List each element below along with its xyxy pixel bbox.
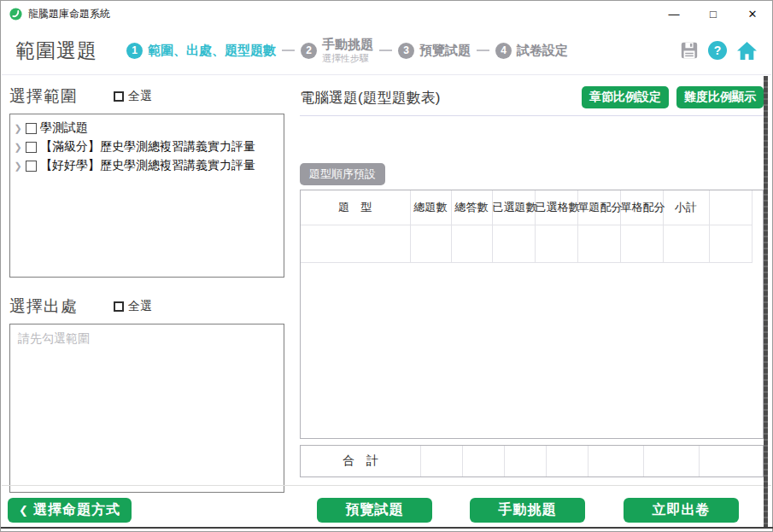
background-window-edge [764,76,768,527]
step-1-number: 1 [126,43,143,59]
range-item-label: 【好好學】歷史學測總複習講義實力評量 [40,158,255,173]
source-select-all-checkbox[interactable] [114,301,124,312]
total-cell [463,446,505,476]
save-icon[interactable] [680,41,699,60]
range-tree-item[interactable]: ❯ 【好好學】歷史學測總複習講義實力評量 [12,156,282,175]
background-window-top-edge [1,527,773,529]
range-item-checkbox[interactable] [26,123,37,134]
left-panel: 選擇範圍 全選 ❯ 學測試題 ❯ 【滿級分】歷史學測總複習講義實力評量 ❯ 【好… [9,85,284,493]
range-item-label: 學測試題 [40,120,88,136]
panel-separator [300,115,764,116]
chevron-right-icon[interactable]: ❯ [12,161,24,172]
col-points-per-blank: 單格配分 [620,190,663,225]
step-4-paper-settings[interactable]: 4 試卷設定 [495,43,568,59]
preview-questions-button[interactable]: 預覽試題 [317,498,432,523]
step-4-label: 試卷設定 [517,43,568,59]
table-empty-row [301,225,752,263]
window-controls: — □ ✕ [654,1,772,26]
question-type-table-container: 題 型 總題數 總答數 已選題數 已選格數 單題配分 單格配分 小計 [300,190,764,439]
range-section-header: 選擇範圍 全選 [9,85,284,108]
chevron-right-icon[interactable]: ❯ [12,142,24,153]
step-2-label: 手動挑題 [322,37,373,53]
range-item-checkbox[interactable] [26,161,37,172]
back-to-mode-button[interactable]: ❮ 選擇命題方式 [8,498,132,523]
question-type-table: 題 型 總題數 總答數 已選題數 已選格數 單題配分 單格配分 小計 [301,190,753,263]
help-icon[interactable]: ? [708,41,727,60]
range-select-all[interactable]: 全選 [114,89,152,104]
chevron-right-icon[interactable]: ❯ [12,123,24,134]
bottom-separator [2,485,771,486]
page-header: 範圍選題 1 範圍、出處、題型題數 2 手動挑題 選擇性步驟 3 預覽試題 4 [2,26,771,75]
titlebar: 龍騰題庫命題系統 — □ ✕ [1,1,772,26]
col-total-questions: 總題數 [410,190,451,225]
source-placeholder-text: 請先勾選範圍 [18,331,90,345]
source-select-all-label: 全選 [128,299,152,314]
total-cell [505,446,547,476]
step-2-manual-pick[interactable]: 2 手動挑題 選擇性步驟 [301,37,373,63]
header-icons: ? [680,41,758,61]
maximize-icon[interactable]: □ [694,1,733,26]
app-logo-icon [9,7,23,21]
close-icon[interactable]: ✕ [733,1,772,26]
total-cell [644,446,700,476]
step-2-sublabel: 選擇性步驟 [322,53,373,63]
total-cell [589,446,644,476]
type-order-preset-button[interactable]: 題型順序預設 [300,163,385,185]
stepper: 1 範圍、出處、題型題數 2 手動挑題 選擇性步驟 3 預覽試題 4 試卷設定 [126,37,568,63]
step-3-label: 預覽試題 [419,43,471,59]
col-selected-blanks: 已選格數 [535,190,577,225]
minimize-icon[interactable]: — [654,1,694,26]
range-tree: ❯ 學測試題 ❯ 【滿級分】歷史學測總複習講義實力評量 ❯ 【好好學】歷史學測總… [9,114,284,278]
step-connector [379,50,392,51]
computer-pick-header: 電腦選題(題型題數表) 章節比例設定 難度比例顯示 [300,85,764,109]
source-section-header: 選擇出處 全選 [9,295,284,318]
app-window: 龍騰題庫命題系統 — □ ✕ 範圍選題 1 範圍、出處、題型題數 2 手動挑題 … [0,0,773,532]
chevron-left-icon: ❮ [19,504,29,517]
col-extra [709,190,752,225]
step-3-preview[interactable]: 3 預覽試題 [398,43,471,59]
range-tree-item[interactable]: ❯ 【滿級分】歷史學測總複習講義實力評量 [12,137,282,156]
total-cell [700,446,763,476]
computer-pick-title: 電腦選題(題型題數表) [300,88,440,108]
total-label: 合 計 [301,446,421,476]
col-points-per-question: 單題配分 [577,190,620,225]
total-cell [547,446,589,476]
col-question-type: 題 型 [301,190,410,225]
total-cell [421,446,463,476]
source-list: 請先勾選範圍 [9,324,284,493]
page-title: 範圍選題 [15,38,97,64]
difficulty-ratio-button[interactable]: 難度比例顯示 [676,86,764,108]
manual-pick-button[interactable]: 手動挑題 [470,498,585,523]
step-1-label: 範圍、出處、題型題數 [148,43,276,59]
right-panel: 電腦選題(題型題數表) 章節比例設定 難度比例顯示 題型順序預設 題 型 總題數… [300,85,764,477]
step-4-number: 4 [495,43,512,59]
step-connector [282,50,295,51]
step-1-range[interactable]: 1 範圍、出處、題型題數 [126,43,276,59]
range-tree-item[interactable]: ❯ 學測試題 [12,119,282,137]
col-selected-questions: 已選題數 [492,190,535,225]
chapter-ratio-button[interactable]: 章節比例設定 [582,86,669,108]
range-select-all-checkbox[interactable] [114,91,124,102]
table-header-row: 題 型 總題數 總答數 已選題數 已選格數 單題配分 單格配分 小計 [301,190,752,225]
range-item-checkbox[interactable] [26,142,37,153]
range-item-label: 【滿級分】歷史學測總複習講義實力評量 [40,139,255,155]
home-icon[interactable] [736,41,758,61]
back-button-label: 選擇命題方式 [33,501,120,519]
step-2-number: 2 [301,43,317,59]
range-select-all-label: 全選 [128,89,152,104]
range-section-title: 選擇範圍 [9,85,78,108]
total-row: 合 計 [300,445,764,477]
step-connector [477,50,489,51]
step-3-number: 3 [398,43,414,59]
app-title: 龍騰題庫命題系統 [28,7,110,21]
source-section-title: 選擇出處 [9,295,78,318]
col-subtotal: 小計 [663,190,709,225]
generate-paper-button[interactable]: 立即出卷 [624,498,739,523]
source-select-all[interactable]: 全選 [114,299,152,314]
col-total-answers: 總答數 [451,190,492,225]
